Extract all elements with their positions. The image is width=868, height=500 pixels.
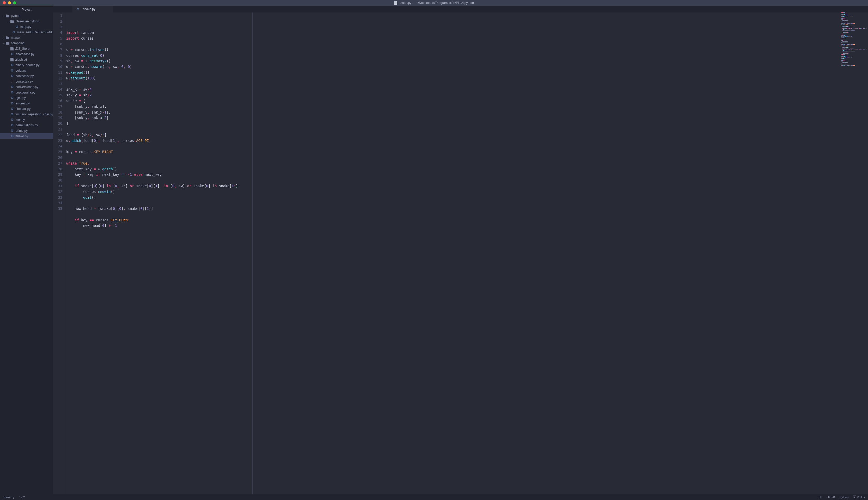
code-editor[interactable]: 1234567891011121314151617181920212223242… (53, 12, 868, 494)
python-icon: ⚙ (15, 25, 19, 29)
tree-item-label: fibonaci.py (16, 107, 31, 111)
code-area[interactable]: import randomimport cursess = curses.ini… (65, 12, 868, 494)
file-icon (10, 47, 13, 50)
tree-item-contacts-csv[interactable]: ›⎍contacts.csv (0, 79, 53, 84)
main-area: Project ⌄python⌄clases en python›⚙lamp.p… (0, 6, 868, 494)
status-bar: snake.py 17:2 LF UTF-8 Python 0 files (0, 494, 868, 500)
close-window-button[interactable] (3, 1, 6, 4)
tree-item-morse[interactable]: ›morse (0, 35, 53, 41)
tree-item-label: conversiones.py (16, 85, 38, 89)
tree-item-label: snake.py (16, 134, 28, 138)
git-icon (853, 496, 856, 499)
tree-item-aleph-txt[interactable]: ›aleph.txt (0, 57, 53, 62)
python-icon: ⚙ (10, 118, 14, 122)
file-icon (10, 58, 13, 61)
file-tree[interactable]: ⌄python⌄clases en python›⚙lamp.py›⚙main_… (0, 13, 53, 494)
tree-item-label: first_not_repeating_char.py (15, 113, 53, 116)
folder-icon (6, 42, 9, 45)
tree-item-label: morse (11, 36, 20, 39)
python-icon: ⚙ (10, 74, 14, 78)
minimize-window-button[interactable] (8, 1, 11, 4)
csv-icon: ⎍ (10, 80, 14, 83)
tree-item-snake-py[interactable]: ›⚙snake.py (0, 133, 53, 139)
tree-item-primo-py[interactable]: ›⚙primo.py (0, 128, 53, 133)
tree-item-contactlist-py[interactable]: ›⚙contactlist.py (0, 73, 53, 79)
chevron-down-icon[interactable]: ⌄ (2, 42, 6, 45)
tree-item-label: clases en python (16, 20, 39, 23)
python-icon: ⚙ (10, 90, 14, 94)
folder-icon (10, 20, 14, 23)
window-titlebar: snake.py — ~/Documents/Programación/Plat… (0, 0, 868, 6)
tree-item-color-py[interactable]: ›⚙color.py (0, 68, 53, 73)
line-gutter: 1234567891011121314151617181920212223242… (53, 12, 65, 494)
chevron-right-icon[interactable]: › (2, 36, 6, 39)
editor-panel: ⚙ snake.py 12345678910111213141516171819… (53, 6, 868, 494)
python-icon: ⚙ (10, 63, 14, 67)
ruler-guide (252, 12, 253, 494)
tree-item-label: criptografia.py (16, 91, 35, 94)
status-file[interactable]: snake.py (3, 496, 14, 499)
tree-item-ahorcados-py[interactable]: ›⚙ahorcados.py (0, 51, 53, 57)
tree-item-first-not-repeating-char-py[interactable]: ›⚙first_not_repeating_char.py (0, 112, 53, 117)
python-icon: ⚙ (10, 101, 14, 105)
project-sidebar: Project ⌄python⌄clases en python›⚙lamp.p… (0, 6, 53, 494)
status-eol[interactable]: LF (819, 496, 822, 499)
status-cursor[interactable]: 17:2 (19, 496, 25, 499)
tree-item-fibonaci-py[interactable]: ›⚙fibonaci.py (0, 106, 53, 112)
tree-item-clases-en-python[interactable]: ⌄clases en python (0, 19, 53, 24)
python-icon: ⚙ (10, 134, 14, 138)
tree-item-conversiones-py[interactable]: ›⚙conversiones.py (0, 84, 53, 90)
tree-item-label: permutations.py (16, 123, 38, 127)
tree-item-label: ahorcados.py (16, 52, 34, 56)
tree-item-label: color.py (16, 69, 26, 72)
tree-item-label: python (11, 14, 20, 18)
tab-snake-py[interactable]: ⚙ snake.py (73, 6, 113, 12)
python-icon: ⚙ (10, 112, 14, 116)
python-icon: ⚙ (12, 30, 15, 34)
python-icon: ⚙ (10, 96, 14, 100)
tree-item-binary-search-py[interactable]: ›⚙binary_search.py (0, 62, 53, 68)
tree-item-label: primo.py (16, 129, 27, 133)
tree-item-label: leer.py (16, 118, 25, 122)
sidebar-title: Project (0, 6, 53, 13)
tree-item-label: lamp.py (20, 25, 31, 29)
tree-item-label: eje1.py (16, 96, 26, 100)
folder-icon (6, 14, 9, 18)
python-icon: ⚙ (10, 129, 14, 133)
editor-tabs: ⚙ snake.py (53, 6, 868, 12)
python-icon: ⚙ (10, 52, 14, 56)
tree-item-python[interactable]: ⌄python (0, 13, 53, 19)
tree-item-permutations-py[interactable]: ›⚙permutations.py (0, 122, 53, 128)
tree-item-leer-py[interactable]: ›⚙leer.py (0, 117, 53, 122)
status-language[interactable]: Python (839, 496, 848, 499)
tree-item-label: .DS_Store (15, 47, 30, 50)
python-icon: ⚙ (10, 107, 14, 111)
tree-item-criptografia-py[interactable]: ›⚙criptografia.py (0, 90, 53, 95)
tree-item-label: aleph.txt (15, 58, 27, 61)
tree-item-label: contactlist.py (16, 74, 34, 78)
python-icon: ⚙ (76, 7, 80, 11)
python-icon: ⚙ (10, 85, 14, 89)
python-icon: ⚙ (10, 68, 14, 72)
tree-item-main-aed367e0-ec68-4d3-[interactable]: ›⚙main_aed367e0-ec68-4d3… (0, 30, 53, 35)
minimap[interactable] (842, 12, 866, 66)
chevron-down-icon[interactable]: ⌄ (7, 20, 10, 23)
tree-item-label: contacts.csv (16, 80, 33, 83)
tree-item-eje1-py[interactable]: ›⚙eje1.py (0, 95, 53, 101)
tree-item-label: binary_search.py (16, 63, 40, 67)
status-encoding[interactable]: UTF-8 (827, 496, 835, 499)
tree-item-errores-py[interactable]: ›⚙errores.py (0, 101, 53, 106)
window-title: snake.py — ~/Documents/Programación/Plat… (394, 1, 474, 5)
traffic-lights[interactable] (3, 1, 16, 4)
file-icon (394, 1, 397, 5)
chevron-down-icon[interactable]: ⌄ (2, 14, 6, 17)
maximize-window-button[interactable] (13, 1, 16, 4)
tree-item-label: main_aed367e0-ec68-4d3… (17, 31, 53, 34)
folder-icon (6, 36, 9, 39)
tree-item--ds-store[interactable]: ›.DS_Store (0, 46, 53, 51)
tree-item-scrapping[interactable]: ⌄scrapping (0, 41, 53, 46)
tree-item-label: errores.py (16, 102, 30, 105)
status-git[interactable]: 0 files (853, 496, 865, 499)
tree-item-lamp-py[interactable]: ›⚙lamp.py (0, 24, 53, 30)
tree-item-label: scrapping (11, 42, 24, 45)
